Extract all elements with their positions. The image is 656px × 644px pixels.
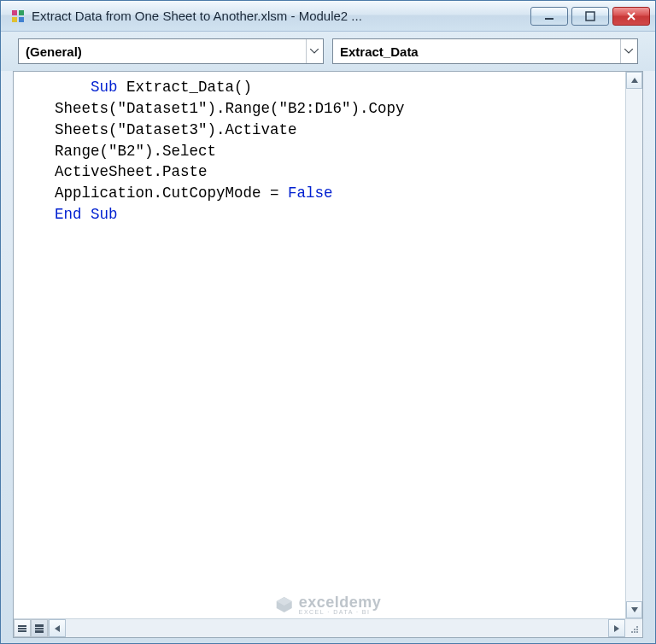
- svg-rect-11: [35, 630, 44, 633]
- content-area: Sub Extract_Data() Sheets("Dataset1").Ra…: [13, 71, 643, 638]
- bottom-bar: [14, 618, 642, 637]
- svg-rect-1: [19, 10, 24, 15]
- dropdown-bar: (General) Extract_Data: [1, 32, 655, 71]
- svg-point-12: [636, 631, 638, 633]
- scroll-track[interactable]: [626, 89, 642, 601]
- vba-editor-window: Extract Data from One Sheet to Another.x…: [0, 0, 656, 644]
- svg-point-17: [636, 626, 638, 628]
- object-dropdown-text: (General): [26, 44, 306, 59]
- scroll-right-icon[interactable]: [608, 619, 625, 637]
- scroll-up-icon[interactable]: [626, 72, 642, 89]
- svg-point-16: [634, 629, 636, 630]
- svg-rect-6: [18, 625, 26, 627]
- window-title: Extract Data from One Sheet to Another.x…: [32, 9, 530, 23]
- svg-point-13: [634, 631, 636, 633]
- svg-rect-8: [18, 630, 26, 632]
- minimize-icon: [544, 11, 554, 21]
- procedure-view-button[interactable]: [14, 619, 31, 637]
- svg-point-15: [631, 631, 633, 633]
- svg-rect-4: [545, 18, 554, 20]
- close-button[interactable]: [612, 7, 650, 26]
- view-mode-buttons: [14, 619, 49, 637]
- svg-rect-0: [12, 10, 17, 15]
- full-module-view-icon: [34, 624, 44, 634]
- chevron-down-icon: [620, 39, 636, 63]
- maximize-button[interactable]: [571, 7, 609, 26]
- procedure-view-icon: [17, 624, 27, 634]
- horizontal-scrollbar[interactable]: [49, 619, 625, 637]
- window-controls: [530, 7, 650, 26]
- hscroll-track[interactable]: [66, 619, 608, 637]
- procedure-dropdown[interactable]: Extract_Data: [332, 38, 638, 64]
- vertical-scrollbar[interactable]: [625, 72, 642, 618]
- scroll-left-icon[interactable]: [49, 619, 66, 637]
- chevron-down-icon: [306, 39, 321, 63]
- app-icon: [9, 8, 26, 25]
- svg-rect-2: [12, 17, 17, 22]
- scroll-down-icon[interactable]: [626, 601, 642, 618]
- svg-rect-10: [35, 628, 44, 629]
- procedure-dropdown-text: Extract_Data: [340, 44, 620, 59]
- svg-point-14: [636, 629, 638, 630]
- svg-rect-5: [586, 12, 594, 20]
- svg-rect-7: [18, 628, 26, 629]
- titlebar: Extract Data from One Sheet to Another.x…: [1, 1, 655, 32]
- full-module-view-button[interactable]: [31, 619, 48, 637]
- code-editor[interactable]: Sub Extract_Data() Sheets("Dataset1").Ra…: [14, 72, 625, 618]
- code-container: Sub Extract_Data() Sheets("Dataset1").Ra…: [14, 72, 642, 618]
- resize-grip[interactable]: [625, 619, 642, 637]
- minimize-button[interactable]: [530, 7, 568, 26]
- svg-rect-9: [35, 624, 44, 627]
- svg-rect-3: [19, 17, 24, 22]
- close-icon: [626, 11, 636, 21]
- object-dropdown[interactable]: (General): [18, 38, 324, 64]
- maximize-icon: [585, 11, 595, 21]
- resize-grip-icon: [629, 624, 639, 634]
